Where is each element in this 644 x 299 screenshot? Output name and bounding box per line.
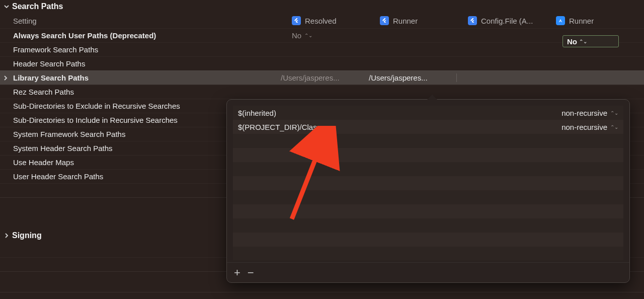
dropdown-caret-icon: ⌃⌄ [610,124,618,130]
target-resolved[interactable]: Resolved [292,16,380,25]
chevron-right-icon [3,233,10,238]
popover-blank-row[interactable] [233,218,623,233]
flutter-icon [468,16,477,25]
target-runner-1-label: Runner [393,17,418,25]
popover-blank-row[interactable] [233,190,623,204]
popover-blank-row[interactable] [233,247,623,260]
popover-blank-row[interactable] [233,162,623,176]
popover-entry-mode[interactable]: non-recursive [561,109,607,117]
row-label: Framework Search Paths [13,45,292,54]
target-runner-1[interactable]: Runner [380,16,468,25]
popover-blank-row[interactable] [233,233,623,247]
popover-blank-row[interactable] [233,176,623,190]
dropdown-caret-icon: ⌃⌄ [304,33,312,38]
row-label: Library Search Paths [13,73,281,82]
app-icon [556,16,565,25]
popover-arrow [427,95,437,100]
remove-button[interactable]: − [248,267,254,278]
row-label: Header Search Paths [13,59,292,68]
popover-footer: + − [227,262,629,282]
row-library-search-paths[interactable]: Library Search Paths /Users/jasperes... … [0,70,644,85]
flutter-icon [380,16,389,25]
column-setting: Setting [13,17,292,25]
add-button[interactable]: + [234,267,240,278]
row-label: Always Search User Paths (Deprecated) [13,31,292,40]
target-runner-2[interactable]: Runner [556,16,644,25]
row-value-resolved: No⌃⌄ [292,31,380,40]
flutter-icon [292,16,301,25]
target-resolved-label: Resolved [305,17,337,25]
popover-entry-path[interactable]: $(PROJECT_DIR)/Classes [238,123,561,131]
library-search-paths-popover: $(inherited) non-recursive ⌃⌄ $(PROJECT_… [226,99,630,283]
row-header-search-paths[interactable]: Header Search Paths [0,56,644,70]
chevron-right-icon[interactable] [2,76,9,81]
row-label: Rez Search Paths [13,88,292,96]
target-runner-2-label: Runner [569,17,594,25]
popover-entry-path[interactable]: $(inherited) [238,109,561,117]
section-title: Signing [12,231,42,240]
row-value-runner[interactable]: /Users/jasperes... [369,73,457,82]
popover-blank-row[interactable] [233,204,623,218]
row-value-resolved: /Users/jasperes... [281,73,369,82]
chevron-down-icon [3,4,10,9]
popover-blank-row[interactable] [233,148,623,162]
popover-blank-row[interactable] [233,134,623,148]
popover-entry[interactable]: $(inherited) non-recursive ⌃⌄ [233,106,623,120]
columns-row: Setting Resolved Runner Config.File (A..… [0,13,644,28]
row-always-search[interactable]: Always Search User Paths (Deprecated) No… [0,28,644,42]
section-title: Search Paths [12,2,63,11]
target-config-file[interactable]: Config.File (A... [468,16,556,25]
popover-entry[interactable]: $(PROJECT_DIR)/Classes non-recursive ⌃⌄ [233,120,623,134]
target-config-file-label: Config.File (A... [481,17,533,25]
dropdown-value: No [567,37,577,46]
row-framework-search-paths[interactable]: Framework Search Paths [0,42,644,56]
popover-entry-mode[interactable]: non-recursive [561,123,607,131]
row-rez-search-paths[interactable]: Rez Search Paths [0,85,644,99]
dropdown-caret-icon: ⌃⌄ [579,39,587,44]
section-search-paths-header[interactable]: Search Paths [0,0,644,13]
dropdown-caret-icon: ⌃⌄ [610,110,618,116]
popover-list[interactable]: $(inherited) non-recursive ⌃⌄ $(PROJECT_… [233,106,623,260]
always-search-dropdown[interactable]: No ⌃⌄ [562,35,619,47]
section-divider [0,292,644,292]
